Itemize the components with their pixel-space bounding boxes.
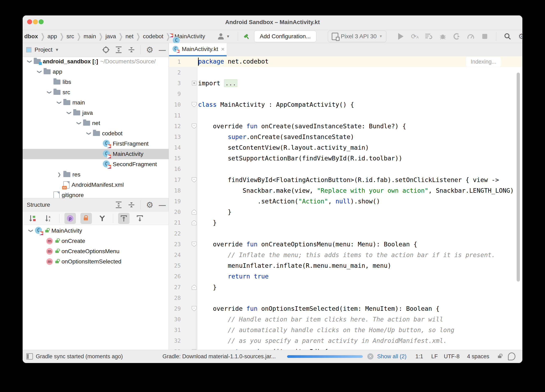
fold-marker-icon[interactable] [191, 242, 197, 247]
line-ending[interactable]: LF [431, 350, 438, 363]
code-line-14[interactable]: 14 setContentView(R.layout.activity_main… [169, 142, 522, 153]
sort-alphabetically-icon[interactable]: az [43, 213, 54, 224]
sort-by-visibility-icon[interactable] [27, 213, 38, 224]
code-line-10[interactable]: 10class MainActivity : AppCompatActivity… [169, 99, 522, 110]
tab-mainactivity[interactable]: C MainActivity.kt × [169, 43, 227, 55]
breadcrumb-item[interactable]: net [125, 33, 133, 40]
code-line-3[interactable]: 3import ... [169, 78, 522, 88]
toolwindow-toggle-icon[interactable] [26, 350, 33, 363]
hide-panel-icon[interactable]: — [159, 46, 166, 54]
tree-item-codebot[interactable]: ❯codebot [23, 128, 169, 139]
code-editor[interactable]: 1package net.codebot23import ...910class… [169, 56, 522, 350]
chevron-down-icon[interactable]: ▼ [55, 48, 59, 52]
apply-changes-button[interactable]: ⟳A [409, 31, 421, 42]
structure-item-onOptionsItemSelected[interactable]: monOptionsItemSelected [23, 256, 169, 267]
fold-marker-icon[interactable] [191, 209, 197, 215]
code-line-19[interactable]: 19 .setAction("Action", null).show() [169, 196, 522, 206]
build-button[interactable] [242, 30, 251, 43]
expand-all-icon[interactable] [115, 201, 122, 209]
settings-gear-icon[interactable]: ⚙ [516, 31, 522, 42]
code-line-27[interactable]: 27 } [169, 282, 522, 292]
autoscroll-to-source-toggle[interactable] [134, 213, 146, 224]
tree-item-AndroidManifest.xml[interactable]: <>AndroidManifest.xml [23, 180, 169, 190]
fold-marker-icon[interactable] [191, 102, 197, 107]
editor-scrollbar[interactable] [517, 73, 520, 281]
code-line-32[interactable]: 32 // as you specify a parent activity i… [169, 336, 522, 346]
tree-item-src[interactable]: ❯src [23, 87, 169, 98]
indent-setting[interactable]: 4 spaces [467, 350, 489, 363]
show-fields-toggle[interactable] [81, 213, 92, 224]
collapse-all-icon[interactable] [128, 201, 135, 209]
structure-item-onCreateOptionsMenu[interactable]: monCreateOptionsMenu [23, 246, 169, 256]
chevron-open-icon[interactable]: ❯ [35, 69, 43, 75]
code-line-26[interactable]: 26 return true [169, 271, 522, 282]
code-line-22[interactable]: 22 [169, 228, 522, 239]
tree-item-net[interactable]: ❯net [23, 118, 169, 128]
tree-item-main[interactable]: ❯main [23, 98, 169, 108]
structure-item-MainActivity[interactable]: ❯CMainActivity [23, 226, 169, 236]
fold-marker-icon[interactable] [191, 177, 197, 183]
chevron-open-icon[interactable]: ❯ [25, 59, 34, 64]
notifications-icon[interactable] [508, 350, 515, 363]
structure-item-onCreate[interactable]: monCreate [23, 236, 169, 246]
code-line-33[interactable]: 33 return when (item.itemId) { [169, 346, 522, 350]
code-line-17[interactable]: 17 findViewById<FloatingActionButton>(R.… [169, 174, 522, 185]
tree-item-MainActivity[interactable]: CMainActivity [23, 149, 169, 159]
code-line-2[interactable]: 2 [169, 67, 522, 78]
chevron-open-icon[interactable]: ❯ [55, 100, 63, 105]
code-line-23[interactable]: 23 override fun onCreateOptionsMenu(menu… [169, 239, 522, 249]
code-line-24[interactable]: 24 // Inflate the menu; this adds items … [169, 249, 522, 260]
profiler-button[interactable] [465, 31, 477, 42]
tree-item-libs[interactable]: libs [23, 77, 169, 87]
fold-marker-icon[interactable] [191, 81, 197, 86]
chevron-open-icon[interactable]: ❯ [27, 228, 35, 233]
tree-item-app[interactable]: ❯app [23, 67, 169, 77]
panel-settings-gear-icon[interactable]: ⚙ [146, 46, 153, 54]
chevron-open-icon[interactable]: ❯ [85, 131, 93, 136]
hide-panel-icon[interactable]: — [159, 201, 166, 209]
tree-item-SecondFragment[interactable]: CSecondFragment [23, 159, 169, 169]
show-properties-toggle[interactable]: p [64, 213, 76, 224]
code-line-31[interactable]: 31 // automatically handle clicks on the… [169, 325, 522, 336]
code-line-29[interactable]: 29 override fun onOptionsItemSelected(it… [169, 303, 522, 314]
breadcrumb-item[interactable]: src [66, 33, 74, 40]
cancel-task-button[interactable]: ✕ [367, 350, 374, 363]
collapse-all-icon[interactable] [128, 46, 135, 53]
code-line-25[interactable]: 25 menuInflater.inflate(R.menu.menu_main… [169, 260, 522, 271]
fold-marker-icon[interactable] [191, 220, 197, 225]
code-line-18[interactable]: 18 Snackbar.make(view, "Replace with you… [169, 185, 522, 196]
fold-marker-icon[interactable] [191, 284, 197, 290]
expand-all-icon[interactable] [115, 46, 122, 53]
locate-file-icon[interactable] [102, 46, 110, 53]
chevron-closed-icon[interactable]: ❯ [55, 172, 63, 177]
breadcrumb-item[interactable]: app [48, 33, 57, 40]
code-line-9[interactable]: 9 [169, 89, 522, 99]
tree-item-android_sandbox[interactable]: ❯android_sandbox [:]~/Documents/Source/ [23, 56, 169, 67]
run-button[interactable] [395, 31, 407, 42]
breadcrumb-item[interactable]: dbox [24, 33, 38, 40]
chevron-open-icon[interactable]: ❯ [65, 110, 73, 116]
device-selector[interactable]: Pixel 3 API 30 ▼ [328, 31, 386, 42]
tree-item-java[interactable]: ❯java [23, 108, 169, 118]
apply-code-changes-button[interactable] [423, 31, 435, 42]
breadcrumb-item[interactable]: codebot [143, 33, 163, 40]
add-configuration-button[interactable]: Add Configuration... [254, 31, 316, 42]
code-line-13[interactable]: 13 super.onCreate(savedInstanceState) [169, 131, 522, 142]
breadcrumb-item[interactable]: main [83, 33, 96, 40]
code-line-15[interactable]: 15 setSupportActionBar(findViewById(R.id… [169, 153, 522, 164]
show-inherited-toggle[interactable] [96, 213, 108, 224]
code-line-21[interactable]: 21 } [169, 217, 522, 228]
breadcrumb-item[interactable]: java [105, 33, 116, 40]
close-tab-icon[interactable]: × [221, 46, 225, 53]
show-all-link[interactable]: Show all (2) [377, 350, 407, 363]
panel-settings-gear-icon[interactable]: ⚙ [146, 201, 153, 209]
profile-menu[interactable]: ▼ [217, 30, 230, 43]
fold-marker-icon[interactable] [191, 306, 197, 311]
panel-splitter[interactable] [169, 43, 169, 350]
code-line-16[interactable]: 16 [169, 164, 522, 174]
chevron-open-icon[interactable]: ❯ [75, 120, 83, 126]
debug-button[interactable] [437, 31, 449, 42]
tree-item-FirstFragment[interactable]: CFirstFragment [23, 139, 169, 149]
code-line-30[interactable]: 30 // Handle action bar item clicks here… [169, 314, 522, 325]
autoscroll-from-source-toggle[interactable] [118, 213, 130, 224]
